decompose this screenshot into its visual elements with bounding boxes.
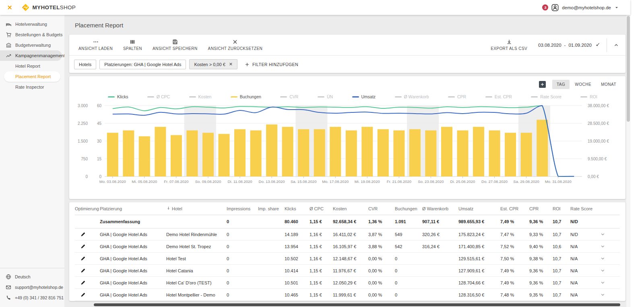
expand-row-icon[interactable] — [600, 292, 605, 297]
sidebar-footer-globe[interactable]: Deutsch — [0, 272, 64, 282]
legend-item-klicks[interactable]: Klicks — [108, 94, 128, 99]
sort-desc-icon[interactable] — [166, 206, 171, 211]
table-header-impressions[interactable]: Impressions — [227, 206, 258, 211]
vertical-scrollbar-thumb[interactable] — [627, 16, 630, 122]
sidebar-item-kampagnenmanagement[interactable]: Kampagnenmanagement — [0, 50, 62, 61]
sidebar-footer-phone[interactable]: +49 (0) 341 / 392 816 751 — [0, 292, 64, 303]
columns-button[interactable]: SPALTEN — [118, 39, 147, 51]
expand-row-icon[interactable] — [600, 244, 605, 249]
cell-roi: 10,6 — [553, 244, 570, 249]
add-filter-button[interactable]: FILTER HINZUFÜGEN — [245, 62, 298, 67]
table-header-imp_share[interactable]: Imp. share — [258, 206, 285, 211]
legend-item--warenkorb[interactable]: Ø Warenkorb — [395, 94, 429, 99]
table-header-warenkorb[interactable]: Ø Warenkorb — [422, 206, 458, 211]
save-view-button[interactable]: ANSICHT SPEICHERN — [147, 39, 203, 51]
sidebar-item-budgetverwaltung[interactable]: Budgetverwaltung — [0, 40, 64, 50]
cell-cpr: 9,36 % — [529, 268, 553, 273]
mail-icon — [6, 284, 11, 290]
table-header-cvr[interactable]: CVR — [368, 206, 395, 211]
legend-item--cpc[interactable]: Ø CPC — [147, 94, 170, 99]
granularity-woche[interactable]: WOCHE — [570, 80, 596, 89]
load-view-button[interactable]: ANSICHT LADEN — [73, 39, 118, 51]
date-from[interactable]: 03.08.2020 — [538, 43, 561, 48]
legend-label: CVR — [289, 94, 298, 99]
sidebar-subitem-hotel-report[interactable]: Hotel Report — [0, 61, 64, 71]
edit-row-button[interactable] — [75, 280, 86, 285]
table-header-cpr[interactable]: CPR — [529, 206, 553, 211]
reset-view-button[interactable]: ANSICHT ZURÜCKSETZEN — [203, 39, 268, 51]
table-header-placement[interactable]: Platzierung — [100, 206, 166, 211]
cell-klicks: 10.502 — [285, 256, 310, 261]
sidebar-footer-mail[interactable]: support@myhotelshop.de — [0, 282, 64, 292]
sidebar-item-label: Budgetverwaltung — [15, 43, 51, 48]
svg-text:Do. 27.08.2020: Do. 27.08.2020 — [481, 179, 508, 184]
legend-item-cvr[interactable]: CVR — [280, 94, 298, 99]
toolbar-divider — [607, 38, 607, 52]
brand-logo[interactable]: MYHOTELSHOP — [21, 3, 76, 12]
legend-item-kosten[interactable]: Kosten — [189, 94, 212, 99]
legend-label: ÜN — [327, 94, 333, 99]
horizontal-scrollbar-thumb[interactable] — [94, 303, 620, 306]
legend-item-ün[interactable]: ÜN — [318, 94, 333, 99]
filter-chip[interactable]: Hotels — [74, 60, 96, 69]
sidebar-subitem-rate-inspector[interactable]: Rate Inspector — [0, 82, 64, 92]
expand-row-icon[interactable] — [600, 268, 605, 273]
notification-badge[interactable]: 3 — [542, 4, 548, 10]
edit-row-button[interactable] — [75, 292, 86, 297]
columns-icon — [130, 39, 135, 45]
expand-row-icon[interactable] — [600, 232, 605, 237]
date-to[interactable]: 01.09.2020 — [568, 43, 592, 48]
legend-item-rate-score[interactable]: Rate Score — [531, 94, 561, 99]
chart-plot[interactable]: 3.0002.2501.500750060453015038.000,00 €2… — [74, 100, 621, 197]
table-header-kosten[interactable]: Kosten — [333, 206, 368, 211]
legend-item-cpr[interactable]: CPR — [448, 94, 466, 99]
edit-row-button[interactable] — [75, 232, 86, 237]
edit-row-button[interactable] — [75, 256, 86, 261]
sidebar-item-bestellungen-budgets[interactable]: Bestellungen & Budgets — [0, 29, 64, 40]
bar-buchungen — [298, 129, 309, 176]
edit-row-button[interactable] — [75, 244, 86, 249]
user-menu-caret-icon[interactable] — [614, 5, 619, 10]
cell-est_cpr: 7,47 % — [500, 232, 529, 237]
cell-est_cpr: 7,52 % — [500, 244, 529, 249]
sidebar-item-hotelverwaltung[interactable]: Hotelverwaltung — [0, 19, 64, 29]
table-header-klicks[interactable]: Klicks — [285, 206, 310, 211]
legend-item-buchungen[interactable]: Buchungen — [231, 94, 261, 99]
date-range[interactable]: 03.08.2020 - 01.09.2020 — [538, 43, 592, 48]
collapse-panel-icon[interactable] — [611, 41, 621, 50]
account-icon[interactable] — [551, 4, 559, 11]
edit-row-button[interactable] — [75, 268, 86, 273]
cell-warenkorb: 316,24 € — [422, 244, 458, 249]
table-header-edit: Optimierung — [75, 206, 100, 211]
granularity-monat[interactable]: MONAT — [597, 80, 621, 89]
export-csv-button[interactable]: EXPORT ALS CSV — [485, 39, 533, 51]
granularity-tag[interactable]: TAG — [552, 80, 570, 89]
chart-card: TAGWOCHEMONAT KlicksØ CPCKostenBuchungen… — [69, 76, 625, 199]
expand-row-icon[interactable] — [600, 256, 605, 261]
sidebar-subitem-label: Rate Inspector — [15, 85, 44, 89]
table-header-hotel[interactable]: Hotel — [166, 206, 227, 211]
table-header-rate_score[interactable]: Rate Score — [570, 206, 600, 211]
zoom-plus-icon[interactable] — [539, 81, 546, 88]
cell-klicks: 10.501 — [285, 280, 310, 285]
legend-item-roi[interactable]: ROI — [580, 94, 597, 99]
svg-text:Di. 11.08.2020: Di. 11.08.2020 — [227, 179, 252, 184]
table-header-roi[interactable]: ROI — [553, 206, 570, 211]
compare-period-icon[interactable] — [595, 42, 600, 48]
legend-item-est-cpr[interactable]: Est. CPR — [485, 94, 512, 99]
vertical-scrollbar[interactable] — [626, 15, 630, 307]
table-header-est_cpr[interactable]: Est. CPR — [500, 206, 529, 211]
cell-klicks: 80.460 — [285, 219, 310, 224]
filter-chip[interactable]: Kosten > 0,00 €✕ — [189, 59, 237, 69]
sidebar-subitem-placement-report[interactable]: Placement Report — [4, 71, 60, 82]
bar-buchungen — [409, 129, 421, 176]
table-header-buchungen[interactable]: Buchungen — [395, 206, 422, 211]
expand-row-icon[interactable] — [600, 280, 605, 285]
table-header-cpc[interactable]: Ø CPC — [310, 206, 333, 211]
remove-filter-icon[interactable]: ✕ — [229, 62, 233, 67]
legend-item-umsatz[interactable]: Umsatz — [352, 94, 376, 99]
close-icon[interactable]: ✕ — [7, 4, 12, 11]
table-header-label: Imp. share — [258, 206, 279, 211]
table-header-umsatz[interactable]: Umsatz — [458, 206, 500, 211]
filter-chip[interactable]: Platzierungen: GHA | Google Hotel Ads — [99, 60, 186, 69]
